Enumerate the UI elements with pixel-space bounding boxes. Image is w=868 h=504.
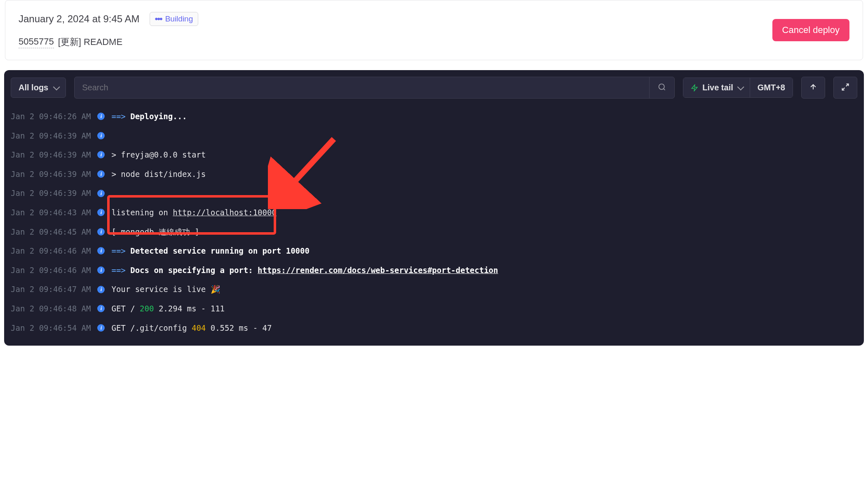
log-message: > freyja@0.0.0 start	[111, 149, 206, 160]
chevron-down-icon	[737, 83, 744, 90]
log-lines-container[interactable]: Jan 2 09:46:26 AMi==> Deploying...Jan 2 …	[4, 105, 864, 346]
log-timestamp: Jan 2 09:46:39 AM	[11, 169, 91, 180]
log-link[interactable]: http://localhost:10000	[173, 208, 277, 217]
building-status-badge: ••• Building	[150, 12, 199, 26]
search-icon	[658, 83, 666, 91]
commit-message: [更新] README	[58, 36, 122, 48]
cancel-deploy-button[interactable]: Cancel deploy	[772, 19, 849, 41]
logs-panel: All logs Live tail GMT+8	[4, 70, 864, 346]
log-line: Jan 2 09:46:47 AMiYour service is live 🎉	[11, 280, 857, 299]
svg-marker-2	[692, 85, 698, 91]
arrow-up-icon	[809, 83, 817, 91]
log-line: Jan 2 09:46:26 AMi==> Deploying...	[11, 107, 857, 126]
logs-toolbar: All logs Live tail GMT+8	[4, 70, 864, 105]
log-timestamp: Jan 2 09:46:48 AM	[11, 303, 91, 314]
live-tail-button[interactable]: Live tail	[683, 78, 749, 97]
info-icon: i	[97, 266, 105, 274]
expand-icon	[841, 83, 849, 91]
info-icon: i	[97, 286, 105, 293]
scroll-up-button[interactable]	[801, 77, 825, 99]
log-line: Jan 2 09:46:39 AMi> node dist/index.js	[11, 165, 857, 184]
info-icon: i	[97, 305, 105, 312]
log-line: Jan 2 09:46:39 AMi	[11, 184, 857, 203]
svg-point-0	[659, 84, 664, 89]
log-line: Jan 2 09:46:45 AMi[ mongodb 連線成功 ]	[11, 222, 857, 242]
info-icon: i	[97, 151, 105, 158]
log-line: Jan 2 09:46:48 AMiGET / 200 2.294 ms - 1…	[11, 299, 857, 318]
commit-info: 5055775 [更新] README	[19, 36, 198, 48]
log-line: Jan 2 09:46:39 AMi	[11, 126, 857, 146]
deploy-info: January 2, 2024 at 9:45 AM ••• Building …	[19, 12, 198, 48]
log-message: ==> Detected service running on port 100…	[111, 245, 309, 257]
log-timestamp: Jan 2 09:46:43 AM	[11, 207, 91, 218]
info-icon: i	[97, 113, 105, 120]
log-timestamp: Jan 2 09:46:39 AM	[11, 130, 91, 141]
log-message: GET / 200 2.294 ms - 111	[111, 303, 225, 314]
log-message: listening on http://localhost:10000	[111, 207, 276, 218]
log-message: GET /.git/config 404 0.552 ms - 47	[111, 323, 272, 334]
log-timestamp: Jan 2 09:46:46 AM	[11, 245, 91, 257]
timezone-label: GMT+8	[758, 83, 785, 92]
deploy-header-card: January 2, 2024 at 9:45 AM ••• Building …	[5, 0, 863, 60]
deploy-timestamp: January 2, 2024 at 9:45 AM	[19, 13, 140, 25]
info-icon: i	[97, 247, 105, 254]
log-line: Jan 2 09:46:54 AMiGET /.git/config 404 0…	[11, 318, 857, 338]
info-icon: i	[97, 170, 105, 178]
filter-label: All logs	[19, 83, 48, 92]
log-line: Jan 2 09:46:46 AMi==> Detected service r…	[11, 241, 857, 261]
log-search-wrap	[74, 77, 675, 99]
info-icon: i	[97, 190, 105, 197]
log-timestamp: Jan 2 09:46:54 AM	[11, 323, 91, 334]
status-label: Building	[165, 14, 193, 24]
loading-dots-icon: •••	[155, 14, 162, 24]
commit-hash[interactable]: 5055775	[19, 36, 54, 48]
log-filter-dropdown[interactable]: All logs	[11, 78, 66, 98]
log-link[interactable]: https://render.com/docs/web-services#por…	[258, 266, 498, 275]
log-search-input[interactable]	[75, 77, 649, 98]
live-tail-label: Live tail	[702, 83, 733, 92]
log-message: ==> Deploying...	[111, 111, 187, 122]
deploy-top-row: January 2, 2024 at 9:45 AM ••• Building	[19, 12, 198, 26]
log-message: > node dist/index.js	[111, 169, 206, 180]
info-icon: i	[97, 132, 105, 139]
log-timestamp: Jan 2 09:46:39 AM	[11, 188, 91, 199]
search-button[interactable]	[649, 77, 674, 98]
log-message: ==> Docs on specifying a port: https://r…	[111, 265, 498, 276]
log-line: Jan 2 09:46:46 AMi==> Docs on specifying…	[11, 261, 857, 280]
chevron-down-icon	[53, 83, 60, 90]
livetail-group: Live tail GMT+8	[683, 78, 793, 98]
bolt-icon	[691, 84, 698, 92]
timezone-button[interactable]: GMT+8	[750, 78, 793, 97]
log-timestamp: Jan 2 09:46:26 AM	[11, 111, 91, 122]
log-message: [ mongodb 連線成功 ]	[111, 226, 199, 238]
log-timestamp: Jan 2 09:46:39 AM	[11, 149, 91, 160]
log-timestamp: Jan 2 09:46:45 AM	[11, 226, 91, 238]
info-icon: i	[97, 209, 105, 216]
log-timestamp: Jan 2 09:46:46 AM	[11, 265, 91, 276]
log-line: Jan 2 09:46:43 AMilistening on http://lo…	[11, 203, 857, 222]
info-icon: i	[97, 324, 105, 332]
log-timestamp: Jan 2 09:46:47 AM	[11, 284, 91, 295]
log-message: Your service is live 🎉	[111, 284, 220, 295]
svg-line-1	[664, 89, 665, 90]
fullscreen-button[interactable]	[833, 77, 857, 99]
info-icon: i	[97, 228, 105, 236]
log-line: Jan 2 09:46:39 AMi> freyja@0.0.0 start	[11, 145, 857, 165]
